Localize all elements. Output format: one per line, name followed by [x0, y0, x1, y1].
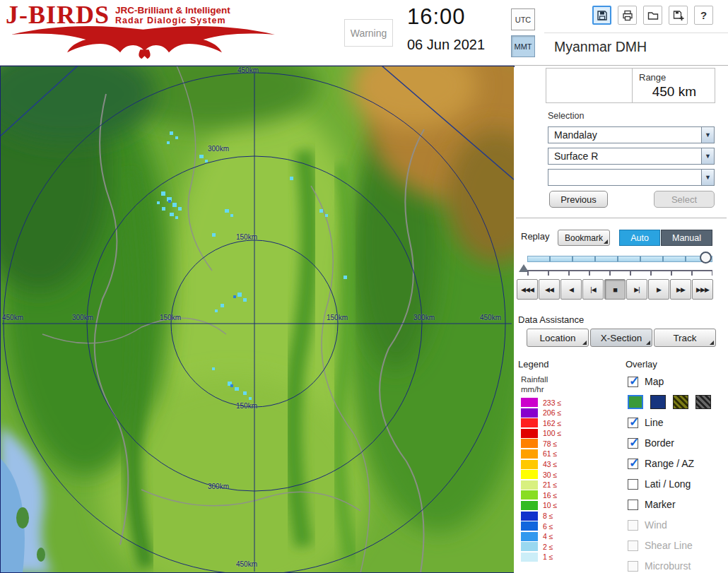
map-style-green-swatch[interactable]	[628, 395, 643, 409]
step-back-button[interactable]: |◀	[582, 279, 604, 300]
x-section-button[interactable]: X-Section	[590, 329, 652, 347]
overlay-item-wind: Wind	[628, 517, 727, 533]
clock-time: 16:00	[407, 4, 466, 30]
save-button[interactable]	[592, 6, 611, 25]
toolbar: ?	[592, 6, 713, 25]
chevron-down-icon[interactable]: ▼	[701, 170, 714, 185]
range-divider	[632, 69, 633, 102]
checkbox-border[interactable]	[628, 438, 638, 449]
range-label: 300km	[72, 314, 93, 321]
overlay-item-border[interactable]: Border	[628, 435, 727, 451]
skip-to-end-button[interactable]: ▶▶▶	[692, 279, 713, 300]
range-label: 450km	[237, 66, 259, 74]
export-button[interactable]	[669, 6, 688, 25]
chevron-down-icon[interactable]: ▼	[701, 127, 714, 143]
legend-unit-line1: Rainfall	[521, 375, 548, 384]
overlay-item-lati-long[interactable]: Lati / Long	[628, 476, 727, 492]
legend-color-swatch	[521, 521, 538, 531]
legend-color-swatch	[521, 470, 538, 479]
product-dropdown[interactable]: Surface R ▼	[548, 148, 715, 165]
play-backward-button[interactable]: ◀	[560, 279, 582, 300]
track-button[interactable]: Track	[654, 329, 716, 347]
legend-color-swatch	[521, 439, 538, 448]
legend-row: 8 ≤	[521, 512, 606, 521]
overlay-item-range-az[interactable]: Range / AZ	[628, 456, 727, 471]
legend-row: 10 ≤	[521, 501, 606, 510]
legend-row: 61 ≤	[521, 449, 606, 459]
auto-replay-button[interactable]: Auto	[619, 230, 660, 246]
legend-label: Legend	[518, 359, 548, 370]
legend-row: 16 ≤	[521, 490, 606, 500]
step-forward-button[interactable]: ▶|	[626, 279, 647, 300]
legend-row: 43 ≤	[521, 460, 606, 469]
checkbox-wind	[628, 520, 638, 531]
print-button[interactable]	[618, 6, 637, 25]
replay-label: Replay	[521, 231, 549, 242]
replay-timeline-handle[interactable]	[700, 252, 712, 264]
skip-to-start-button[interactable]: ◀◀◀	[517, 279, 538, 300]
utc-toggle-button[interactable]: UTC	[511, 8, 535, 30]
overlay-item-marker[interactable]: Marker	[628, 497, 727, 512]
location-button[interactable]: Location	[527, 329, 589, 347]
previous-button[interactable]: Previous	[549, 191, 608, 208]
radar-map[interactable]: 450km 300km 150km 150km 300km 450km 450k…	[0, 66, 515, 573]
fast-forward-button[interactable]: ▶▶	[670, 279, 691, 300]
legend-row: 162 ≤	[521, 418, 606, 427]
eagle-logo-icon	[8, 21, 281, 61]
checkbox-lati-long[interactable]	[628, 479, 638, 490]
range-label: 300km	[208, 145, 229, 153]
legend-color-swatch	[521, 490, 538, 500]
checkbox-line[interactable]	[628, 418, 638, 428]
map-style-navy-swatch[interactable]	[650, 395, 666, 409]
map-style-dark-swatch[interactable]	[695, 395, 711, 409]
checkbox-marker[interactable]	[628, 500, 638, 510]
corner-expand-icon	[710, 341, 714, 345]
site-dropdown[interactable]: Mandalay ▼	[548, 126, 715, 143]
help-icon: ?	[700, 9, 707, 21]
select-button[interactable]: Select	[654, 191, 715, 208]
help-button[interactable]: ?	[694, 6, 713, 25]
legend-row: 2 ≤	[521, 542, 606, 551]
extra-dropdown[interactable]: ▼	[548, 169, 715, 186]
checkbox-microburst	[628, 561, 638, 572]
overlay-label: Overlay	[626, 359, 657, 370]
replay-timeline-track[interactable]	[527, 256, 712, 262]
legend-row: 4 ≤	[521, 532, 606, 541]
range-label: 450km	[2, 314, 23, 321]
legend-color-swatch	[521, 501, 538, 510]
header-bar: J-BIRDS JRC-Brilliant & Intelligent Rada…	[0, 0, 728, 66]
range-label: 450km	[236, 560, 257, 568]
bookmark-button[interactable]: Bookmark	[558, 230, 610, 246]
checkbox-range-az[interactable]	[628, 459, 638, 469]
export-icon	[673, 10, 684, 21]
warning-indicator[interactable]: Warning	[344, 19, 393, 47]
mmt-toggle-button[interactable]: MMT	[511, 35, 535, 57]
open-folder-button[interactable]	[643, 6, 662, 25]
range-value: 450 km	[652, 84, 696, 100]
legend-color-swatch	[521, 532, 538, 541]
legend-row: 30 ≤	[521, 470, 606, 479]
app-subtitle-1: JRC-Brilliant & Intelligent	[115, 5, 230, 16]
checkbox-map[interactable]	[628, 377, 638, 387]
station-name: Myanmar DMH	[554, 39, 647, 55]
map-style-olive-swatch[interactable]	[673, 395, 688, 409]
play-button[interactable]: ▶	[648, 279, 669, 300]
corner-expand-icon	[604, 240, 608, 244]
legend-row: 206 ≤	[521, 408, 606, 418]
save-icon	[597, 10, 608, 21]
manual-replay-button[interactable]: Manual	[661, 230, 712, 246]
range-label: 150km	[327, 314, 348, 321]
chevron-down-icon[interactable]: ▼	[701, 148, 714, 164]
map-style-swatches	[628, 394, 727, 410]
print-icon	[622, 10, 633, 21]
legend-color-swatch	[521, 449, 538, 459]
fast-rewind-button[interactable]: ◀◀	[539, 279, 560, 300]
overlay-item-microburst: Microburst	[628, 558, 727, 573]
site-dropdown-value: Mandalay	[554, 129, 597, 141]
stop-button[interactable]: ■	[604, 279, 626, 300]
overlay-item-map[interactable]: Map	[628, 374, 727, 389]
legend-color-swatch	[521, 460, 538, 469]
overlay-item-shear-line: Shear Line	[628, 538, 727, 553]
range-label: 150km	[160, 314, 181, 321]
overlay-item-line[interactable]: Line	[628, 415, 727, 430]
